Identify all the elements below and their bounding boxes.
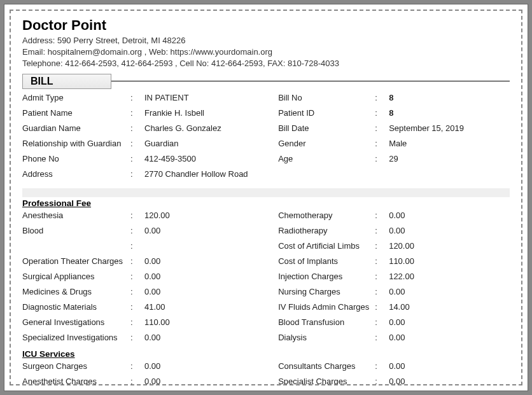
document-frame: Doctor Point Address: 590 Perry Street, …	[10, 10, 522, 385]
gender-label: Gender	[278, 139, 375, 148]
surgeon-label: Surgeon Charges	[22, 361, 130, 371]
implants-value: 110.00	[389, 256, 510, 266]
page-wrapper: Doctor Point Address: 590 Perry Street, …	[4, 4, 528, 391]
medicines-label: Medicines & Drugs	[22, 287, 130, 296]
specialized-inv-value: 0.00	[144, 333, 278, 342]
general-inv-label: General Investigations	[22, 317, 130, 327]
anesthesia-label: Anesthesia	[22, 211, 130, 220]
patient-id-value: 8	[389, 108, 510, 118]
nursing-label: Nursing Charges	[278, 287, 375, 296]
phone-label: Phone No	[22, 154, 130, 163]
injection-value: 122.00	[389, 272, 510, 281]
bill-tab: BILL	[22, 74, 111, 89]
guardian-name-label: Guardian Name	[22, 123, 130, 133]
specialist-label: Specialist Charges	[278, 377, 375, 385]
address-value: 2770 Chandler Hollow Road	[144, 169, 278, 179]
blood-value: 0.00	[144, 226, 278, 235]
anesthesia-value: 120.00	[144, 211, 278, 220]
anesthetist-label: Anesthetist Charges	[22, 377, 130, 385]
chemo-label: Chemotherapy	[278, 211, 375, 220]
bill-no-value: 8	[389, 93, 510, 102]
icu-grid: Surgeon Charges:0.00 Anesthetist Charges…	[22, 361, 510, 385]
patient-info-grid: Admit Type:IN PATIENT Patient Name:Frank…	[22, 93, 510, 184]
guardian-name-value: Charles G. Gonzalez	[144, 123, 278, 133]
iv-value: 14.00	[389, 302, 510, 312]
general-inv-value: 110.00	[144, 317, 278, 327]
surgeon-value: 0.00	[144, 361, 278, 371]
org-address: Address: 590 Perry Street, Detroit, MI 4…	[22, 35, 510, 46]
fees-grid: Anesthesia:120.00 Blood:0.00 : Operation…	[22, 211, 510, 348]
specialized-inv-label: Specialized Investigations	[22, 333, 130, 342]
bill-rule	[111, 81, 510, 81]
radio-label: Radiotherapy	[278, 226, 375, 235]
patient-name-value: Frankie H. Isbell	[144, 108, 278, 118]
implants-label: Cost of Implants	[278, 256, 375, 266]
artificial-limbs-label: Cost of Artificial Limbs	[278, 241, 375, 251]
appliances-label: Surgical Appliances	[22, 272, 130, 281]
injection-label: Injection Charges	[278, 272, 375, 281]
dialysis-label: Dialysis	[278, 333, 375, 342]
bill-divider: BILL	[22, 74, 510, 89]
chemo-value: 0.00	[389, 211, 510, 220]
transfusion-label: Blood Transfusion	[278, 317, 375, 327]
professional-fee-heading: Professional Fee	[22, 198, 510, 208]
diagnostic-value: 41.00	[144, 302, 278, 312]
appliances-value: 0.00	[144, 272, 278, 281]
bill-date-value: September 15, 2019	[389, 123, 510, 133]
ot-charges-label: Operation Theater Charges	[22, 256, 130, 266]
iv-label: IV Fluids Admin Charges	[278, 302, 375, 312]
separator-bar	[22, 188, 510, 197]
org-title: Doctor Point	[22, 17, 510, 34]
dialysis-value: 0.00	[389, 333, 510, 342]
consultants-value: 0.00	[389, 361, 510, 371]
patient-name-label: Patient Name	[22, 108, 130, 118]
consultants-label: Consultants Charges	[278, 361, 375, 371]
admit-type-label: Admit Type	[22, 93, 130, 102]
phone-value: 412-459-3500	[144, 154, 278, 163]
artificial-limbs-value: 120.00	[389, 241, 510, 251]
org-contact-1: Email: hospitalnem@domain.org , Web: htt…	[22, 46, 510, 58]
medicines-value: 0.00	[144, 287, 278, 296]
admit-type-value: IN PATIENT	[144, 93, 278, 102]
anesthetist-value: 0.00	[144, 377, 278, 385]
age-value: 29	[389, 154, 510, 163]
gender-value: Male	[389, 139, 510, 148]
bill-no-label: Bill No	[278, 93, 375, 102]
patient-id-label: Patient ID	[278, 108, 375, 118]
org-contact-2: Telephone: 412-664-2593, 412-664-2593 , …	[22, 58, 510, 69]
blood-label: Blood	[22, 226, 130, 235]
bill-date-label: Bill Date	[278, 123, 375, 133]
icu-services-heading: ICU Services	[22, 349, 510, 359]
radio-value: 0.00	[389, 226, 510, 235]
ot-charges-value: 0.00	[144, 256, 278, 266]
specialist-value: 0.00	[389, 377, 510, 385]
transfusion-value: 0.00	[389, 317, 510, 327]
nursing-value: 0.00	[389, 287, 510, 296]
relationship-label: Relationship with Guardian	[22, 139, 130, 148]
age-label: Age	[278, 154, 375, 163]
address-label: Address	[22, 169, 130, 179]
diagnostic-label: Diagnostic Materials	[22, 302, 130, 312]
relationship-value: Guardian	[144, 139, 278, 148]
